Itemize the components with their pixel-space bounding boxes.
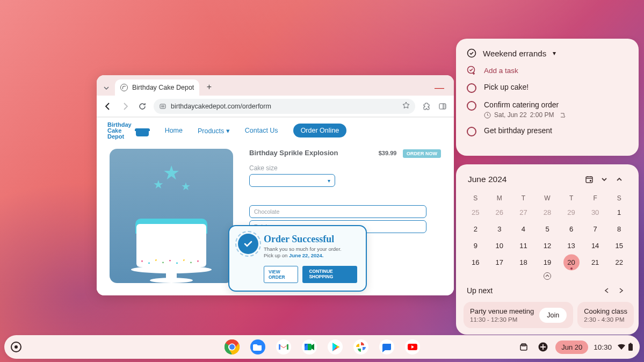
calendar-day[interactable]: 22 (607, 254, 631, 271)
calendar-day[interactable]: 11 (511, 237, 536, 254)
photos-icon[interactable] (352, 338, 370, 356)
files-icon[interactable] (249, 338, 266, 356)
dow-label: F (583, 192, 607, 204)
toolbar: birthdaycakedepot.com/orderform (97, 96, 454, 117)
calendar-day[interactable]: 21 (583, 254, 607, 271)
task-item[interactable]: Pick up cake! (467, 83, 628, 93)
dow-label: T (559, 192, 583, 204)
order-now-button[interactable]: ORDER NOW (403, 149, 441, 158)
calendar-day[interactable]: 26 (488, 204, 512, 221)
tab-search-chevron[interactable] (101, 85, 112, 96)
event-card[interactable]: Party venue meeting11:30 - 12:30 PMJoin (464, 302, 573, 328)
task-item[interactable]: Confirm catering orderSat, Jun 222:00 PM (467, 100, 628, 119)
calendar-day[interactable]: 18 (511, 254, 536, 271)
calendar-day[interactable]: 3 (488, 221, 512, 237)
nav-order-online[interactable]: Order Online (293, 124, 347, 137)
url-text: birthdaycakedepot.com/orderform (171, 103, 271, 110)
calendar-day[interactable]: 30 (583, 204, 607, 221)
side-panel-icon[interactable] (437, 100, 448, 112)
calendar-jump-icon[interactable] (582, 172, 597, 187)
extensions-icon[interactable] (421, 100, 432, 112)
calendar-day[interactable]: 16 (464, 254, 488, 271)
calendar-day[interactable]: 6 (559, 221, 583, 237)
tasks-panel: Weekend errands ▾ Add a task Pick up cak… (456, 39, 639, 156)
calendar-day[interactable]: 25 (464, 204, 488, 221)
calendar-prev-month[interactable] (597, 172, 612, 187)
events-prev[interactable] (600, 284, 614, 298)
continue-shopping-button[interactable]: CONTINUE SHOPPING (302, 266, 357, 283)
new-tab-button[interactable]: + (202, 81, 215, 93)
tasks-list-selector[interactable]: Weekend errands ▾ (467, 48, 628, 58)
modal-pickup-date: June 22, 2024. (289, 252, 323, 258)
dow-label: W (536, 192, 560, 204)
nav-contact[interactable]: Contact Us (245, 127, 278, 134)
nav-products[interactable]: Products ▾ (198, 127, 230, 135)
phone-hub-icon[interactable] (536, 340, 550, 354)
youtube-icon[interactable] (404, 338, 421, 356)
calendar-day[interactable]: 4 (511, 221, 536, 237)
calendar-day[interactable]: 29 (559, 204, 583, 221)
calendar-day[interactable]: 17 (488, 254, 512, 271)
calendar-day[interactable]: 15 (607, 237, 631, 254)
bookmark-icon[interactable] (402, 102, 410, 111)
tab-title: Birthday Cake Depot (132, 84, 194, 91)
site-logo[interactable]: Birthday Cake Depot (107, 122, 150, 140)
flavor-option-chocolate[interactable]: Chocolate (249, 205, 426, 218)
calendar-day[interactable]: 10 (488, 237, 512, 254)
calendar-day[interactable]: 28 (536, 204, 560, 221)
dow-label: T (511, 192, 536, 204)
reload-button[interactable] (136, 100, 148, 112)
minimize-button[interactable]: — (435, 85, 444, 90)
back-button[interactable] (102, 100, 114, 112)
calendar-day[interactable]: 7 (583, 221, 607, 237)
meet-icon[interactable] (301, 338, 318, 356)
calendar-day[interactable]: 8 (607, 221, 631, 237)
shelf-date[interactable]: Jun 20 (555, 341, 588, 354)
events-next[interactable] (614, 284, 628, 298)
tote-icon[interactable] (517, 340, 531, 354)
calendar-day[interactable]: 2 (464, 221, 488, 237)
join-button[interactable]: Join (539, 308, 567, 323)
task-checkbox[interactable] (467, 127, 476, 136)
chrome-icon[interactable] (223, 338, 241, 356)
add-task-button[interactable]: Add a task (467, 66, 628, 75)
task-checkbox[interactable] (467, 101, 476, 111)
size-select[interactable]: ▾ (249, 174, 335, 187)
event-card[interactable]: Cooking class2:30 - 4:30 PM (577, 302, 634, 328)
shelf-time[interactable]: 10:30 (594, 343, 612, 351)
add-task-label: Add a task (484, 67, 518, 75)
calendar-day[interactable]: 14 (583, 237, 607, 254)
task-checkbox[interactable] (467, 83, 476, 93)
calendar-day[interactable]: 5 (536, 221, 560, 237)
calendar-day[interactable]: 27 (511, 204, 536, 221)
calendar-day[interactable]: 12 (536, 237, 560, 254)
calendar-day[interactable]: 20 (559, 254, 583, 271)
task-date: Sat, Jun 22 (494, 111, 527, 119)
address-bar[interactable]: birthdaycakedepot.com/orderform (154, 99, 415, 114)
play-store-icon[interactable] (327, 338, 344, 356)
site-info-icon[interactable] (159, 103, 167, 110)
calendar-day[interactable]: 9 (464, 237, 488, 254)
up-next-label: Up next (467, 286, 600, 295)
forward-button[interactable] (119, 100, 131, 112)
globe-icon (120, 84, 128, 91)
task-item[interactable]: Get birthday present (467, 126, 628, 136)
calendar-expand-icon[interactable] (464, 272, 631, 280)
calendar-panel: June 2024 SMTWTFS 2526272829301234567891… (456, 164, 639, 335)
gmail-icon[interactable] (275, 338, 292, 356)
browser-tab[interactable]: Birthday Cake Depot (115, 79, 199, 96)
messages-icon[interactable] (378, 338, 395, 356)
launcher-button[interactable] (11, 342, 21, 352)
calendar-day[interactable]: 19 (536, 254, 560, 271)
calendar-next-month[interactable] (612, 172, 627, 187)
calendar-day[interactable]: 1 (607, 204, 631, 221)
task-text: Pick up cake! (484, 83, 529, 91)
calendar-day[interactable]: 13 (559, 237, 583, 254)
tasks-title: Weekend errands (483, 49, 546, 58)
page-content: Birthday Cake Depot Home Products ▾ Cont… (97, 117, 454, 295)
status-tray[interactable] (617, 343, 633, 351)
nav-home[interactable]: Home (165, 127, 183, 134)
view-order-button[interactable]: VIEW ORDER (264, 266, 298, 283)
event-time: 2:30 - 4:30 PM (584, 316, 627, 323)
logo-text-1: Birthday (107, 122, 132, 128)
